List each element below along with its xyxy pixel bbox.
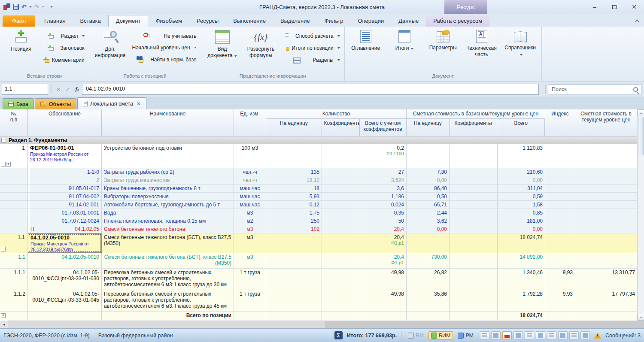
cell-qty-per-unit[interactable] — [266, 144, 322, 168]
tn-doc-icon[interactable] — [513, 331, 523, 339]
cell-cost-per-unit[interactable]: 3,62 — [407, 217, 450, 225]
cell-cost-per-unit[interactable]: 35,86 — [407, 290, 450, 311]
cell-unit[interactable]: чел.-ч — [234, 168, 266, 176]
ribbon-button-Заголовок[interactable]: Заголовок — [41, 44, 86, 52]
cell-index[interactable] — [545, 193, 575, 200]
cell-cost-per-unit[interactable]: 0,50 — [407, 193, 450, 200]
cell-num[interactable]: 1.1 — [0, 253, 28, 268]
cell-cost-coef[interactable] — [450, 185, 498, 192]
cell-qty-coef[interactable] — [322, 144, 360, 168]
toggle-БИМ[interactable]: БИМ — [428, 331, 453, 340]
cell-unit[interactable]: 1 т груза — [234, 269, 266, 290]
cell-cost-coef[interactable] — [450, 233, 498, 253]
doc-tab-Локальная смета[interactable]: Локальная смета✕ — [77, 97, 146, 109]
grid-row[interactable]: 91.05.01-017Краны башенные, грузоподъемн… — [0, 185, 637, 193]
cell-cost-total[interactable]: 1 120,83 — [498, 144, 545, 168]
cell-cost-total[interactable]: 18 024,74 — [498, 233, 545, 253]
ribbon-button-Позиция[interactable]: Позиция — [3, 28, 39, 53]
cell-qty-total[interactable]: 20,4Ф1.р1 — [360, 253, 407, 268]
ribbon-tab-Документ[interactable]: Документ — [108, 15, 149, 27]
cell-unit[interactable]: м3 — [234, 233, 266, 253]
save-icon[interactable] — [13, 4, 19, 10]
cell-qty-coef[interactable] — [322, 269, 360, 290]
header-qty-coefficients[interactable]: Коэффициенты — [322, 119, 360, 136]
doc-tab-Объекты[interactable]: Объекты — [35, 98, 77, 109]
ribbon-button-Доп. информация[interactable]: Доп. информация — [92, 28, 129, 60]
cell-qty-coef[interactable] — [322, 185, 360, 192]
cell-num[interactable] — [0, 201, 28, 209]
cell-index[interactable]: 9,93 — [545, 269, 575, 290]
cell-cost-current[interactable] — [575, 144, 637, 168]
formula-input[interactable]: 04.1.02.05-0010 — [82, 84, 539, 95]
cell-cost-current[interactable] — [575, 312, 637, 320]
cell-name[interactable]: Краны башенные, грузоподъемность 8 т — [102, 185, 234, 192]
cell-cost-per-unit[interactable]: 2,44 — [407, 209, 450, 217]
cell-index[interactable] — [545, 201, 575, 209]
cell-cost-coef[interactable] — [450, 225, 498, 233]
header-cost-total[interactable]: Всего — [497, 119, 545, 136]
cell-qty-coef[interactable] — [322, 193, 360, 200]
cell-cost-current[interactable]: 13 310,77 — [575, 269, 637, 290]
cell-name[interactable]: Всего по позиции — [102, 312, 234, 320]
collapse-ribbon-icon[interactable] — [635, 19, 640, 23]
cell-cost-coef[interactable] — [450, 217, 498, 225]
fx-icon[interactable]: fx — [73, 85, 82, 94]
toggle-РМ[interactable]: РМ — [456, 332, 476, 339]
cell-qty-total[interactable]: 49,98 — [360, 269, 407, 290]
cell-qty-coef[interactable] — [322, 253, 360, 268]
cell-index[interactable] — [545, 144, 575, 168]
hp-doc-icon[interactable] — [536, 331, 545, 339]
doc-tab-База[interactable]: База — [3, 98, 34, 109]
cell-unit[interactable]: м3 — [234, 209, 266, 217]
grid-row[interactable]: Н04.1.02.05Смеси бетонные тяжелого бетон… — [0, 225, 637, 233]
cell-cost-total[interactable]: 1 340,46 — [498, 269, 545, 290]
cell-qty-per-unit[interactable]: 18 — [266, 185, 322, 192]
cell-cost-per-unit[interactable]: 26,82 — [407, 269, 450, 290]
russia-flag-doc-icon[interactable] — [502, 331, 512, 339]
cell-cost-total[interactable]: 311,04 — [498, 185, 545, 192]
cell-cost-total[interactable]: 0,00 — [498, 225, 545, 233]
cell-cost-coef[interactable] — [450, 290, 498, 311]
cell-qty-total[interactable]: 20,4Ф1.р1 — [360, 233, 407, 253]
vertical-scroll-thumb[interactable] — [638, 117, 644, 155]
cell-qty-coef[interactable] — [322, 225, 360, 233]
cell-cost-current[interactable] — [575, 168, 637, 176]
cell-index[interactable] — [545, 185, 575, 192]
cell-qty-coef[interactable] — [322, 290, 360, 311]
vertical-scrollbar[interactable]: ▲ ▼ — [637, 109, 644, 321]
cell-qty-per-unit[interactable] — [266, 253, 322, 268]
ribbon-tab-Ресурсы[interactable]: Ресурсы — [189, 15, 226, 27]
header-qty-per-unit[interactable]: На единицу — [266, 119, 322, 136]
cell-unit[interactable]: 100 м3 — [234, 144, 266, 168]
cell-index[interactable] — [545, 217, 575, 225]
ribbon-button-Вид документа[interactable]: Вид документа — [204, 28, 241, 60]
cell-num[interactable] — [0, 225, 28, 233]
grid-row[interactable]: 2Затраты труда машинистовчел.-ч18,123,62… — [0, 176, 637, 185]
cell-qty-per-unit[interactable]: 5,93 — [266, 193, 322, 200]
grid-row[interactable]: 1.104.1.02.05-0010Смеси бетонные тяжелог… — [0, 253, 637, 269]
cell-cost-total[interactable]: 0,59 — [498, 193, 545, 200]
cell-qty-per-unit[interactable]: 18,12 — [266, 176, 322, 184]
edit-doc-icon[interactable] — [547, 331, 556, 339]
cell-cost-current[interactable] — [575, 193, 637, 200]
cell-qty-coef[interactable] — [322, 168, 360, 176]
cell-unit[interactable]: маш.час — [234, 193, 266, 200]
cell-cost-current[interactable] — [575, 185, 637, 192]
cell-cost-current[interactable] — [575, 233, 637, 253]
cell-justification[interactable]: ФЕР06-01-001-01Приказ Минстроя России от… — [28, 144, 102, 168]
cell-qty-per-unit[interactable]: 1,75 — [266, 209, 322, 217]
scroll-left-icon[interactable]: ◄ — [0, 321, 8, 328]
header-num[interactable]: №п.п — [0, 109, 28, 136]
cell-unit[interactable]: м2 — [234, 217, 266, 225]
cell-num[interactable] — [0, 209, 28, 217]
expand-toggle[interactable]: − — [1, 162, 6, 166]
cell-cost-current[interactable] — [575, 225, 637, 233]
cell-qty-coef[interactable] — [322, 233, 360, 253]
cell-cost-total[interactable]: 0,00 — [498, 176, 545, 184]
ribbon-tab-Выделение[interactable]: Выделение — [273, 15, 317, 27]
cell-cost-total[interactable]: 0,85 — [498, 209, 545, 217]
cell-name[interactable]: Смеси бетонные тяжелого бетона — [102, 225, 234, 233]
ribbon-tab-Операции[interactable]: Операции — [350, 15, 391, 27]
section-row[interactable]: −Раздел 1. Фундаменты — [0, 136, 637, 144]
ribbon-tab-Физобъем[interactable]: Физобъем — [148, 15, 189, 27]
